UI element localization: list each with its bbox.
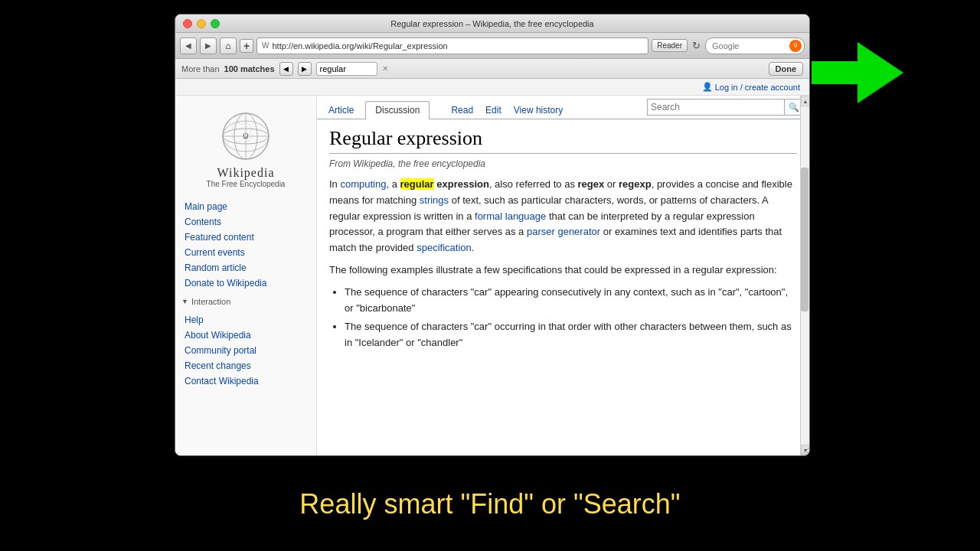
scrollbar-up-button[interactable]: ▲ <box>801 96 809 106</box>
specification-link[interactable]: specification <box>416 242 472 253</box>
svg-line-9 <box>808 454 809 455</box>
title-bar: Regular expression – Wikipedia, the free… <box>175 15 809 33</box>
tabs-bar: Article Discussion Read Edit View histor… <box>317 96 809 119</box>
sidebar-item-recent-changes[interactable]: Recent changes <box>175 358 316 373</box>
login-link[interactable]: Log in / create account <box>715 83 800 92</box>
formal-language-link[interactable]: formal language <box>475 210 546 222</box>
find-bar: More than 100 matches ◀ ▶ ✕ Done <box>175 59 809 79</box>
green-arrow <box>812 42 903 106</box>
maximize-button[interactable] <box>211 19 220 28</box>
strings-link[interactable]: strings <box>420 194 449 206</box>
user-icon: 👤 <box>702 82 713 92</box>
expression-bold: expression <box>436 178 489 190</box>
browser-window: Regular expression – Wikipedia, the free… <box>175 14 810 456</box>
sidebar-item-contact[interactable]: Contact Wikipedia <box>175 373 316 389</box>
sidebar-item-help[interactable]: Help <box>175 312 316 328</box>
login-bar: 👤 Log in / create account <box>175 79 809 96</box>
back-button[interactable]: ◀ <box>180 37 197 54</box>
address-text: http://en.wikipedia.org/wiki/Regular_exp… <box>272 41 447 51</box>
sidebar-item-contents[interactable]: Contents <box>175 214 316 230</box>
tab-view-history[interactable]: View history <box>508 102 569 119</box>
main-content: Article Discussion Read Edit View histor… <box>317 96 809 455</box>
article-subtitle: From Wikipedia, the free encyclopedia <box>329 158 797 169</box>
address-icon: W <box>262 41 269 50</box>
wiki-search-input[interactable] <box>647 99 785 116</box>
article-paragraph-1: In computing, a regular expression, also… <box>329 177 797 256</box>
parser-generator-link[interactable]: parser generator <box>527 226 600 237</box>
article-list: The sequence of characters "car" appeari… <box>345 285 797 351</box>
tabs-search: 🔍 <box>647 99 803 116</box>
list-item: The sequence of characters "car" appeari… <box>345 285 797 317</box>
traffic-lights <box>183 19 220 28</box>
wiki-title: Wikipedia <box>183 166 309 180</box>
find-prev-button[interactable]: ◀ <box>279 62 293 76</box>
content-area: Ω Wikipedia The Free Encyclopedia Main p… <box>175 96 809 455</box>
reader-button[interactable]: Reader <box>652 39 688 52</box>
resize-icon <box>799 445 809 455</box>
scrollbar-thumb[interactable] <box>801 168 808 311</box>
regular-highlight: regular <box>400 178 434 190</box>
svg-text:Ω: Ω <box>243 132 248 140</box>
interaction-nav: Help About Wikipedia Community portal Re… <box>175 309 316 392</box>
address-bar[interactable]: W http://en.wikipedia.org/wiki/Regular_e… <box>256 37 648 54</box>
sidebar-item-featured-content[interactable]: Featured content <box>175 230 316 245</box>
interaction-section-header[interactable]: ▼ Interaction <box>175 294 316 309</box>
new-tab-button[interactable]: + <box>240 39 253 53</box>
home-button[interactable]: ⌂ <box>220 37 237 54</box>
interaction-label: Interaction <box>191 297 230 306</box>
tab-read[interactable]: Read <box>445 102 479 119</box>
wiki-globe: Ω <box>219 109 273 163</box>
sidebar-item-community-portal[interactable]: Community portal <box>175 343 316 358</box>
reload-button[interactable]: ↻ <box>691 38 702 53</box>
toolbar: ◀ ▶ ⌂ + W http://en.wikipedia.org/wiki/R… <box>175 33 809 59</box>
find-label: More than <box>181 64 220 73</box>
browser-search-button[interactable]: ⚲ <box>789 40 802 52</box>
find-count: 100 matches <box>224 64 275 73</box>
tab-discussion[interactable]: Discussion <box>365 101 430 119</box>
svg-marker-10 <box>812 42 903 103</box>
article-body: Regular expression From Wikipedia, the f… <box>317 119 809 365</box>
sidebar-item-about[interactable]: About Wikipedia <box>175 328 316 343</box>
bottom-caption: Really smart "Find" or "Search" <box>0 488 980 520</box>
find-next-button[interactable]: ▶ <box>298 62 312 76</box>
wiki-logo: Ω Wikipedia The Free Encyclopedia <box>175 102 316 196</box>
scrollbar-track: ▲ ▼ <box>800 96 809 455</box>
find-input[interactable] <box>316 62 377 76</box>
sidebar-nav: Main page Contents Featured content Curr… <box>175 196 316 294</box>
article-paragraph-2: The following examples illustrate a few … <box>329 262 797 279</box>
window-title: Regular expression – Wikipedia, the free… <box>390 19 593 28</box>
tab-edit[interactable]: Edit <box>479 102 508 119</box>
minimize-button[interactable] <box>197 19 206 28</box>
list-item: The sequence of characters "car" occurri… <box>345 319 797 351</box>
find-done-button[interactable]: Done <box>769 62 804 76</box>
sidebar-item-current-events[interactable]: Current events <box>175 245 316 260</box>
sidebar-item-main-page[interactable]: Main page <box>175 199 316 214</box>
sidebar: Ω Wikipedia The Free Encyclopedia Main p… <box>175 96 317 455</box>
regex-bold: regex <box>578 178 605 190</box>
article-title: Regular expression <box>329 127 797 154</box>
find-clear-icon[interactable]: ✕ <box>382 64 388 73</box>
computing-link[interactable]: computing <box>340 178 386 190</box>
forward-button[interactable]: ▶ <box>200 37 217 54</box>
arrow-icon <box>812 42 903 103</box>
resize-handle[interactable] <box>799 445 809 455</box>
sidebar-item-donate[interactable]: Donate to Wikipedia <box>175 276 316 291</box>
search-container: ⚲ <box>705 37 805 54</box>
wiki-subtitle: The Free Encyclopedia <box>183 180 309 188</box>
sidebar-item-random-article[interactable]: Random article <box>175 260 316 276</box>
close-button[interactable] <box>183 19 192 28</box>
interaction-arrow-icon: ▼ <box>181 298 188 305</box>
regexp-bold: regexp <box>619 178 652 190</box>
tab-article[interactable]: Article <box>318 101 364 119</box>
